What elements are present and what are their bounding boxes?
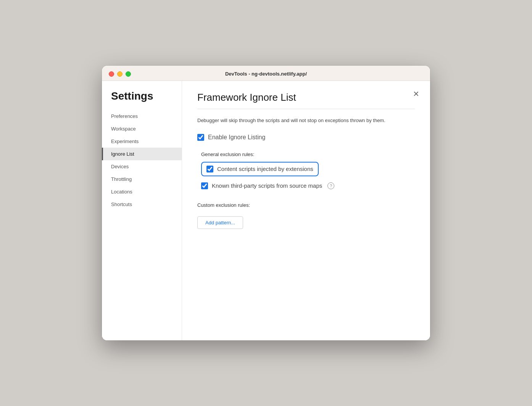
- close-button[interactable]: ✕: [411, 89, 421, 99]
- content-scripts-checkbox[interactable]: [206, 166, 213, 172]
- page-description: Debugger will skip through the scripts a…: [197, 117, 411, 125]
- sidebar-item-preferences[interactable]: Preferences: [102, 110, 182, 122]
- sidebar-item-locations[interactable]: Locations: [102, 185, 182, 198]
- known-scripts-row: Known third-party scripts from source ma…: [201, 180, 415, 192]
- custom-exclusion-section: Custom exclusion rules: Add pattern...: [197, 202, 415, 229]
- window-title: DevTools - ng-devtools.netlify.app/: [225, 71, 307, 77]
- known-scripts-label[interactable]: Known third-party scripts from source ma…: [212, 182, 322, 189]
- devtools-window: DevTools - ng-devtools.netlify.app/ Sett…: [102, 66, 430, 340]
- sidebar-item-ignore-list[interactable]: Ignore List: [102, 148, 182, 160]
- window-body: Settings Preferences Workspace Experimen…: [102, 81, 430, 340]
- sidebar-heading: Settings: [102, 90, 182, 110]
- general-exclusion-label: General exclusion rules:: [201, 151, 415, 157]
- enable-ignore-label[interactable]: Enable Ignore Listing: [208, 134, 265, 141]
- close-traffic-light[interactable]: [109, 71, 114, 77]
- sidebar-item-throttling[interactable]: Throttling: [102, 173, 182, 185]
- enable-ignore-listing-row: Enable Ignore Listing: [197, 134, 415, 141]
- maximize-traffic-light[interactable]: [126, 71, 131, 77]
- title-divider: [197, 109, 415, 109]
- content-scripts-row: Content scripts injected by extensions: [201, 162, 319, 176]
- titlebar: DevTools - ng-devtools.netlify.app/: [102, 66, 430, 81]
- custom-exclusion-label: Custom exclusion rules:: [197, 202, 415, 208]
- enable-ignore-checkbox[interactable]: [197, 134, 204, 141]
- known-scripts-checkbox[interactable]: [201, 182, 208, 189]
- general-exclusion-section: General exclusion rules: Content scripts…: [201, 151, 415, 192]
- sidebar-item-shortcuts[interactable]: Shortcuts: [102, 198, 182, 211]
- main-content: ✕ Framework Ignore List Debugger will sk…: [182, 81, 430, 340]
- add-pattern-button[interactable]: Add pattern...: [197, 216, 243, 229]
- help-icon[interactable]: ?: [327, 182, 334, 189]
- sidebar-item-workspace[interactable]: Workspace: [102, 122, 182, 135]
- content-scripts-label[interactable]: Content scripts injected by extensions: [217, 166, 313, 172]
- traffic-lights: [109, 71, 131, 77]
- sidebar: Settings Preferences Workspace Experimen…: [102, 81, 182, 340]
- page-title: Framework Ignore List: [197, 92, 415, 103]
- sidebar-item-experiments[interactable]: Experiments: [102, 135, 182, 148]
- sidebar-item-devices[interactable]: Devices: [102, 160, 182, 173]
- minimize-traffic-light[interactable]: [117, 71, 123, 77]
